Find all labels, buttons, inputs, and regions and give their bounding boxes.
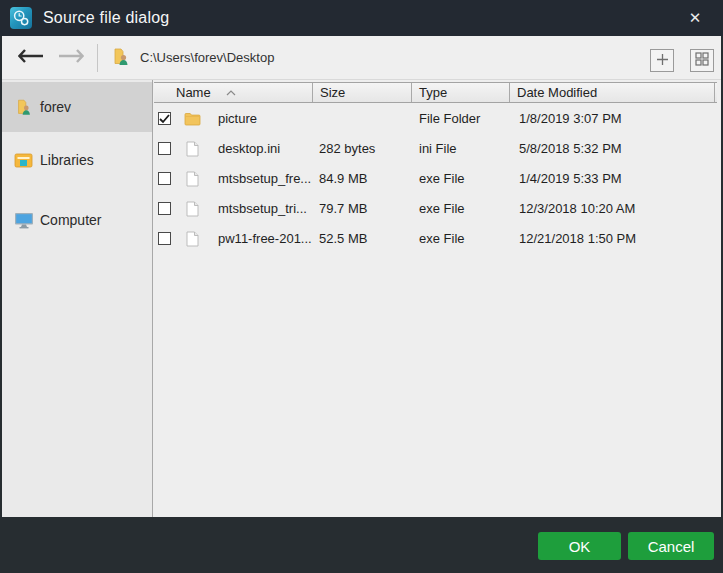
- file-name-cell: desktop.ini: [218, 134, 314, 164]
- column-label: Date Modified: [517, 85, 597, 100]
- sidebar-item-label: Computer: [40, 212, 101, 228]
- sidebar-divider: [152, 80, 153, 517]
- file-date-cell: 5/8/2018 5:32 PM: [519, 134, 622, 164]
- column-header-type[interactable]: Type: [412, 83, 510, 102]
- file-name-cell: picture: [218, 104, 314, 134]
- file-icon: [184, 231, 201, 247]
- title-bar: Source file dialog ✕: [0, 0, 723, 36]
- sidebar-item-forev[interactable]: forev: [2, 82, 152, 132]
- sidebar-item-label: forev: [40, 99, 71, 115]
- row-checkbox[interactable]: [158, 172, 171, 185]
- sidebar-item-computer[interactable]: Computer: [2, 205, 152, 235]
- app-icon: [10, 7, 32, 29]
- file-list: picture File Folder 1/8/2019 3:07 PM des…: [154, 104, 717, 254]
- address-path[interactable]: C:\Users\forev\Desktop: [140, 50, 274, 65]
- table-row[interactable]: picture File Folder 1/8/2019 3:07 PM: [154, 104, 717, 134]
- close-button[interactable]: ✕: [680, 0, 710, 36]
- file-date-cell: 12/21/2018 1:50 PM: [519, 224, 636, 254]
- table-row[interactable]: mtsbsetup_fre... 84.9 MB exe File 1/4/20…: [154, 164, 717, 194]
- file-date-cell: 1/4/2019 5:33 PM: [519, 164, 622, 194]
- footer-bar: OK Cancel: [0, 517, 723, 573]
- file-icon: [184, 201, 201, 217]
- file-type-cell: exe File: [419, 224, 465, 254]
- user-folder-icon: [14, 98, 34, 116]
- table-row[interactable]: pw11-free-201... 52.5 MB exe File 12/21/…: [154, 224, 717, 254]
- source-file-dialog-window: Source file dialog ✕ C:\Users\forev\Desk…: [0, 0, 723, 573]
- window-title: Source file dialog: [43, 9, 169, 27]
- file-size-cell: 52.5 MB: [319, 224, 367, 254]
- table-row[interactable]: mtsbsetup_tri... 79.7 MB exe File 12/3/2…: [154, 194, 717, 224]
- file-name-cell: mtsbsetup_tri...: [218, 194, 314, 224]
- sidebar-item-libraries[interactable]: Libraries: [2, 145, 152, 175]
- sort-ascending-icon: [226, 84, 236, 99]
- column-label: Size: [320, 85, 345, 100]
- toolbar-separator: [97, 44, 98, 72]
- file-date-cell: 12/3/2018 10:20 AM: [519, 194, 635, 224]
- row-checkbox[interactable]: [158, 232, 171, 245]
- file-type-cell: exe File: [419, 194, 465, 224]
- column-label: Type: [419, 85, 447, 100]
- file-type-cell: ini File: [419, 134, 457, 164]
- column-label: Name: [176, 85, 211, 100]
- file-date-cell: 1/8/2019 3:07 PM: [519, 104, 622, 134]
- folder-icon: [184, 111, 201, 127]
- file-name-cell: mtsbsetup_fre...: [218, 164, 314, 194]
- grid-icon: [695, 52, 709, 70]
- file-type-cell: exe File: [419, 164, 465, 194]
- file-list-panel: Name Size Type Date Modified: [154, 80, 717, 517]
- file-name-cell: pw11-free-201...: [218, 224, 314, 254]
- file-size-cell: 84.9 MB: [319, 164, 367, 194]
- libraries-icon: [14, 151, 34, 169]
- column-header-size[interactable]: Size: [313, 83, 412, 102]
- forward-arrow-icon: [58, 49, 84, 67]
- column-header-spacer: [715, 83, 717, 102]
- file-icon: [184, 171, 201, 187]
- view-grid-button[interactable]: [690, 49, 714, 72]
- ok-button[interactable]: OK: [538, 532, 621, 560]
- back-button[interactable]: [14, 44, 48, 72]
- table-header: Name Size Type Date Modified: [154, 82, 717, 103]
- cancel-button[interactable]: Cancel: [628, 532, 714, 560]
- plus-icon: [656, 52, 669, 70]
- row-checkbox[interactable]: [158, 112, 171, 125]
- sidebar-item-label: Libraries: [40, 152, 94, 168]
- file-size-cell: 282 bytes: [319, 134, 375, 164]
- file-icon: [184, 141, 201, 157]
- toolbar: C:\Users\forev\Desktop: [2, 36, 721, 80]
- column-header-name[interactable]: Name: [154, 83, 313, 102]
- back-arrow-icon: [18, 49, 44, 67]
- table-row[interactable]: desktop.ini 282 bytes ini File 5/8/2018 …: [154, 134, 717, 164]
- sidebar: forev Libraries: [2, 80, 152, 517]
- user-folder-icon: [110, 47, 132, 71]
- file-size-cell: 79.7 MB: [319, 194, 367, 224]
- dialog-content: forev Libraries: [2, 80, 721, 517]
- row-checkbox[interactable]: [158, 142, 171, 155]
- close-icon: ✕: [689, 9, 702, 27]
- add-button[interactable]: [650, 49, 674, 72]
- computer-icon: [14, 211, 34, 229]
- forward-button[interactable]: [54, 44, 88, 72]
- file-type-cell: File Folder: [419, 104, 480, 134]
- row-checkbox[interactable]: [158, 202, 171, 215]
- column-header-date-modified[interactable]: Date Modified: [510, 83, 715, 102]
